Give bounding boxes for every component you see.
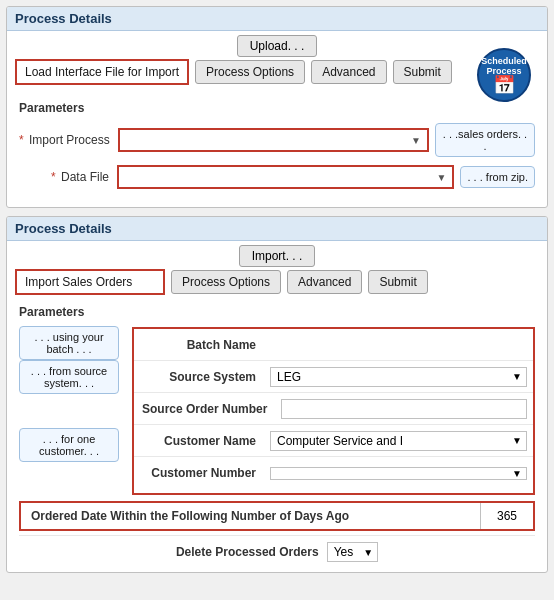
bubble-source: . . . from source system. . . bbox=[19, 360, 119, 394]
delete-arrow[interactable]: ▼ bbox=[359, 547, 377, 558]
panel2-title: Import Sales Orders bbox=[15, 269, 165, 295]
required-star-2: * bbox=[51, 170, 56, 184]
delete-label: Delete Processed Orders bbox=[176, 545, 319, 559]
bubble-zip: . . . from zip. bbox=[460, 166, 535, 188]
customer-number-label: Customer Number bbox=[134, 457, 264, 489]
source-system-label: Source System bbox=[134, 361, 264, 392]
calendar-icon: 📅 bbox=[493, 76, 515, 94]
batch-name-input[interactable]: 12345 bbox=[270, 336, 527, 354]
process-options-button-2[interactable]: Process Options bbox=[171, 270, 281, 294]
customer-name-arrow[interactable]: ▼ bbox=[508, 435, 526, 446]
import-process-label: * Import Process bbox=[19, 133, 110, 147]
source-order-input[interactable] bbox=[281, 399, 527, 419]
customer-number-value bbox=[271, 471, 508, 475]
panel2: Process Details Import. . . Import Sales… bbox=[6, 216, 548, 573]
delete-value: Yes bbox=[328, 543, 360, 561]
customer-name-label: Customer Name bbox=[134, 425, 264, 456]
source-order-label: Source Order Number bbox=[134, 393, 275, 424]
batch-name-label: Batch Name bbox=[134, 329, 264, 360]
bubble-sales: . . .sales orders. . . bbox=[435, 123, 535, 157]
required-star-1: * bbox=[19, 133, 24, 147]
panel1: Process Details Upload. . . Load Interfa… bbox=[6, 6, 548, 208]
bubble-batch: . . . using your batch . . . bbox=[19, 326, 119, 360]
ordered-date-value: 365 bbox=[480, 503, 533, 529]
process-options-button-1[interactable]: Process Options bbox=[195, 60, 305, 84]
customer-name-value: Computer Service and I bbox=[271, 432, 508, 450]
panel1-header: Process Details bbox=[7, 7, 547, 31]
bubble-customer: . . . for one customer. . . bbox=[19, 428, 119, 462]
upload-button[interactable]: Upload. . . bbox=[237, 35, 318, 57]
scheduled-process-badge: Scheduled Process 📅 bbox=[477, 48, 531, 102]
source-system-arrow[interactable]: ▼ bbox=[508, 371, 526, 382]
import-process-input[interactable]: Import Sales Orders bbox=[120, 130, 405, 150]
data-file-input[interactable]: SourceSalesOrderImport.zip bbox=[119, 167, 431, 187]
submit-button-1[interactable]: Submit bbox=[393, 60, 452, 84]
import-process-dropdown-arrow[interactable]: ▼ bbox=[405, 135, 427, 146]
panel2-header: Process Details bbox=[7, 217, 547, 241]
panel2-params-label: Parameters bbox=[19, 305, 535, 319]
customer-number-arrow[interactable]: ▼ bbox=[508, 468, 526, 479]
delete-select-wrap[interactable]: Yes ▼ bbox=[327, 542, 378, 562]
panel1-params-label: Parameters bbox=[19, 101, 535, 115]
import-button[interactable]: Import. . . bbox=[239, 245, 316, 267]
source-system-value: LEG bbox=[271, 368, 508, 386]
advanced-button-2[interactable]: Advanced bbox=[287, 270, 362, 294]
advanced-button-1[interactable]: Advanced bbox=[311, 60, 386, 84]
scheduled-label-line1: Scheduled bbox=[481, 56, 527, 66]
panel1-title: Load Interface File for Import bbox=[15, 59, 189, 85]
data-file-dropdown-arrow[interactable]: ▼ bbox=[431, 172, 453, 183]
ordered-date-label: Ordered Date Within the Following Number… bbox=[21, 503, 480, 529]
submit-button-2[interactable]: Submit bbox=[368, 270, 427, 294]
data-file-label: * Data File bbox=[19, 170, 109, 184]
